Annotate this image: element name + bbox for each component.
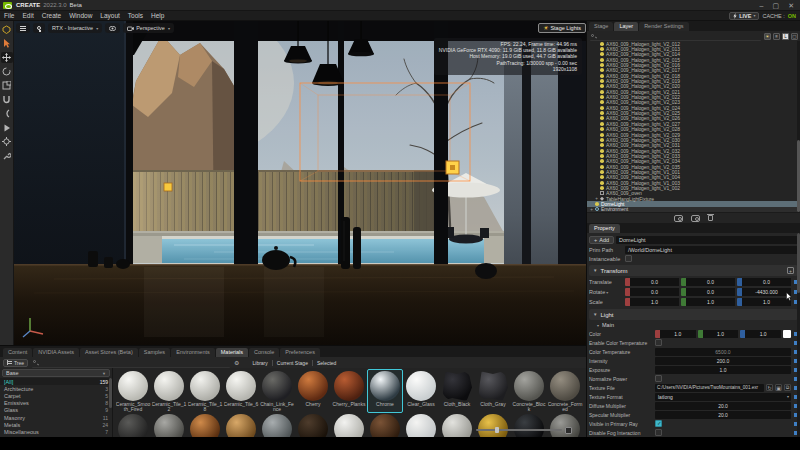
tab-render-settings[interactable]: Render Settings	[639, 22, 688, 31]
scale-y-field[interactable]: 1.0	[686, 298, 735, 306]
tab-preferences[interactable]: Preferences	[280, 348, 320, 357]
intensity-field[interactable]: 200.0	[655, 357, 791, 365]
menu-edit[interactable]: Edit	[18, 12, 37, 19]
transform-section-header[interactable]: ▼ Transform +	[589, 265, 798, 276]
material-thumb-cherry[interactable]: Cherry	[295, 369, 331, 413]
gear-icon[interactable]: ⚙	[234, 359, 239, 367]
scale-x-field[interactable]: 1.0	[630, 298, 679, 306]
material-thumb-ceramic-tile-12[interactable]: Ceramic_Tile_12	[151, 369, 187, 413]
material-thumb-cherry-planks[interactable]: Cherry_Planks	[331, 369, 367, 413]
specular-multiplier-field[interactable]: 20.0	[655, 411, 791, 419]
category-glass[interactable]: Glass9	[0, 407, 112, 414]
viewport-3d[interactable]: RTX - Interactive▾ Perspective▾ ☀ Stage …	[14, 21, 586, 345]
scope-current-stage[interactable]: Current Stage	[273, 360, 313, 366]
close-button[interactable]: ✕	[788, 1, 794, 10]
category-all[interactable]: [All]159	[0, 378, 112, 385]
color-swatch[interactable]	[783, 330, 791, 338]
grid-view-icon[interactable]	[565, 427, 572, 434]
instanceable-checkbox[interactable]	[625, 255, 632, 262]
light-section-header[interactable]: ▼ Light	[589, 309, 798, 320]
tab-layer[interactable]: Layer	[614, 22, 638, 31]
material-thumb-row2-6[interactable]	[331, 412, 367, 437]
color-g-field[interactable]: 1.0	[703, 330, 739, 338]
material-thumb-row2-2[interactable]	[187, 412, 223, 437]
scale-tool-icon[interactable]	[1, 80, 13, 91]
rotate-x-field[interactable]: 0.0	[630, 288, 679, 296]
material-thumb-row2-9[interactable]	[439, 412, 475, 437]
camera-dropdown[interactable]: Perspective▾	[123, 23, 174, 33]
translate-z-field[interactable]: 0.0	[742, 278, 791, 286]
menu-tools[interactable]: Tools	[124, 12, 147, 19]
visibility-button[interactable]	[105, 23, 120, 33]
viewport-menu-button[interactable]	[16, 23, 30, 33]
tree-item[interactable]: +Environment	[587, 207, 800, 212]
material-thumb-concrete-formed[interactable]: Concrete_Formed	[547, 369, 583, 413]
wrench-icon[interactable]	[1, 150, 13, 161]
thumbnail-size-slider[interactable]	[476, 426, 572, 434]
texture-format-dropdown[interactable]: latlong▾	[655, 393, 791, 401]
tab-environments[interactable]: Environments	[171, 348, 215, 357]
transform-stack-icon[interactable]: +	[787, 267, 794, 274]
category-carpet[interactable]: Carpet5	[0, 392, 112, 399]
translate-x-field[interactable]: 0.0	[630, 278, 679, 286]
tab-stage[interactable]: Stage	[589, 22, 613, 31]
exposure-field[interactable]: 1.0	[655, 366, 791, 374]
visible-in-primary-ray-checkbox[interactable]	[655, 420, 662, 427]
tab-console[interactable]: Console	[249, 348, 279, 357]
material-thumb-ceramic-tile-18[interactable]: Ceramic_Tile_18	[187, 369, 223, 413]
renderer-dropdown[interactable]: RTX - Interactive▾	[48, 23, 102, 33]
trash-icon[interactable]	[708, 215, 713, 221]
material-thumb-row2-0[interactable]	[115, 412, 151, 437]
snap-tool-icon[interactable]	[1, 94, 13, 105]
main-subsection-header[interactable]: ▾ Main	[589, 321, 798, 329]
material-thumb-row2-8[interactable]	[403, 412, 439, 437]
menu-layout[interactable]: Layout	[96, 12, 124, 19]
options-icon[interactable]: ▢	[791, 33, 798, 40]
tab-property[interactable]: Property	[589, 224, 620, 233]
tree-toggle-button[interactable]: Tree	[3, 359, 28, 367]
slider-handle[interactable]	[495, 427, 499, 433]
texture-file-field[interactable]: C:/Users/NVIDIA/Pictures/TwoMountains_00…	[655, 384, 764, 392]
disable-fog-interaction-checkbox[interactable]	[655, 429, 662, 436]
menu-create[interactable]: Create	[38, 12, 66, 19]
category-emissives[interactable]: Emissives8	[0, 400, 112, 407]
play-icon[interactable]	[1, 122, 13, 133]
material-thumb-ceramic-tile-6[interactable]: Ceramic_Tile_6	[223, 369, 259, 413]
curve-tool-icon[interactable]	[1, 108, 13, 119]
tab-asset-stores-beta[interactable]: Asset Stores (Beta)	[80, 348, 138, 357]
normalize-power-checkbox[interactable]	[655, 375, 662, 382]
category-miscellaneous[interactable]: Miscellaneous7	[0, 428, 112, 435]
focus-target-icon[interactable]	[1, 136, 13, 147]
add-button[interactable]: +Add	[589, 236, 614, 244]
expander-icon[interactable]: +	[594, 196, 599, 201]
scale-z-field[interactable]: 1.0	[742, 298, 791, 306]
tab-materials[interactable]: Materials	[216, 348, 248, 357]
prim-name-field[interactable]: DomeLight	[616, 236, 798, 244]
expander-icon[interactable]: +	[589, 207, 594, 212]
material-thumb-cloth-black[interactable]: Cloth_Black	[439, 369, 475, 413]
color-b-field[interactable]: 1.0	[745, 330, 781, 338]
move-tool-icon[interactable]	[1, 52, 13, 63]
stage-lights-button[interactable]: ☀ Stage Lights	[538, 23, 586, 33]
sidebar-scrollbar[interactable]	[109, 378, 112, 408]
category-metals[interactable]: Metals24	[0, 421, 112, 428]
filter-icon[interactable]: ≡	[773, 33, 780, 40]
scope-selected[interactable]: Selected	[313, 360, 340, 366]
menu-help[interactable]: Help	[147, 12, 168, 19]
camera-icon[interactable]	[674, 215, 683, 222]
pointer-icon[interactable]	[1, 38, 13, 49]
tab-samples[interactable]: Samples	[139, 348, 170, 357]
material-thumb-clear-glass[interactable]: Clear_Glass	[403, 369, 439, 413]
category-masonry[interactable]: Masonry11	[0, 414, 112, 421]
menu-window[interactable]: Window	[65, 12, 96, 19]
prim-path-field[interactable]: /World/DomeLight	[625, 246, 798, 254]
folder-icon[interactable]: ▣	[775, 384, 782, 391]
material-thumb-chain-link-fence[interactable]: Chain_Link_Fence	[259, 369, 295, 413]
material-thumb-row2-1[interactable]	[151, 412, 187, 437]
menu-file[interactable]: File	[0, 12, 18, 19]
lights-icon[interactable]	[691, 215, 700, 222]
collection-dropdown[interactable]: Base ▼	[2, 369, 110, 377]
material-thumb-chrome[interactable]: Chrome	[367, 369, 403, 413]
select-box-icon[interactable]	[1, 24, 13, 35]
rotate-tool-icon[interactable]	[1, 66, 13, 77]
